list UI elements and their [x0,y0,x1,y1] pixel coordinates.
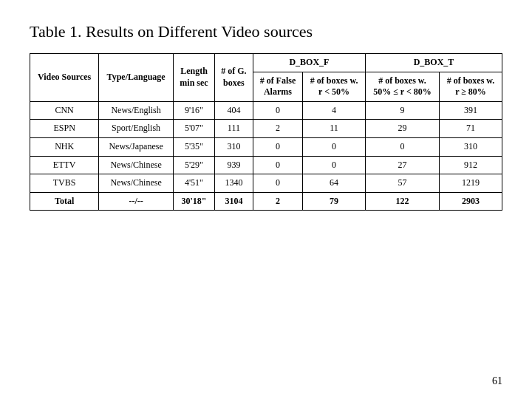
table-cell: 9'16" [173,101,214,120]
table-cell: 3104 [215,192,253,211]
table-cell: 0 [253,174,302,193]
table-cell: 30'18" [173,192,214,211]
table-cell: Sport/English [99,120,174,138]
table-cell: 1219 [440,174,502,193]
table-cell: TVBS [30,174,99,193]
table-cell: ESPN [30,120,99,138]
table-cell: 0 [253,137,302,156]
table-cell: 0 [366,137,440,156]
table-cell: 27 [366,156,440,174]
table-cell: 2903 [440,192,502,211]
col-length: Length min sec [173,54,214,102]
table-cell: 5'07" [173,120,214,138]
table-row: ESPNSport/English5'07"1112112971 [30,120,502,138]
table-cell: 0 [253,156,302,174]
table-cell: 57 [366,174,440,193]
table-row: NHKNews/Japanese5'35"310000310 [30,137,502,156]
col-type-language: Type/Language [99,54,174,102]
col-boxes-r50-80: # of boxes w. 50% ≤ r < 80% [366,72,440,101]
page: Table 1. Results on Different Video sour… [0,0,532,399]
table-cell: News/Chinese [99,156,174,174]
table-row: ETTVNews/Chinese5'29"9390027912 [30,156,502,174]
table-cell: Total [30,192,99,211]
table-cell: News/Japanese [99,137,174,156]
table-cell: 79 [303,192,366,211]
table-cell: 4'51" [173,174,214,193]
table-cell: 111 [215,120,253,138]
table-cell: 4 [303,101,366,120]
table-cell: 11 [303,120,366,138]
col-video-sources: Video Sources [30,54,99,102]
table-row: Total--/--30'18"31042791222903 [30,192,502,211]
table-row: TVBSNews/Chinese4'51"1340064571219 [30,174,502,193]
table-cell: 1340 [215,174,253,193]
table-cell: 310 [440,137,502,156]
table-cell: 2 [253,120,302,138]
col-boxes: # of G. boxes [215,54,253,102]
table-cell: 9 [366,101,440,120]
table-cell: CNN [30,101,99,120]
table-title: Table 1. Results on Different Video sour… [30,22,313,41]
table-cell: ETTV [30,156,99,174]
table-cell: 5'35" [173,137,214,156]
table-cell: 391 [440,101,502,120]
table-cell: 122 [366,192,440,211]
table-cell: 912 [440,156,502,174]
page-number: 61 [492,375,502,387]
col-boxes-r80: # of boxes w. r ≥ 80% [440,72,502,101]
results-table: Video Sources Type/Language Length min s… [30,53,502,211]
table-cell: 71 [440,120,502,138]
table-cell: 0 [303,137,366,156]
group-dboxf: D_BOX_F [253,54,365,72]
table-cell: News/English [99,101,174,120]
group-dboxt: D_BOX_T [366,54,502,72]
table-cell: 5'29" [173,156,214,174]
table-cell: 404 [215,101,253,120]
col-false-alarms: # of False Alarms [253,72,302,101]
table-row: CNNNews/English9'16"404049391 [30,101,502,120]
table-cell: News/Chinese [99,174,174,193]
table-cell: 2 [253,192,302,211]
table-cell: NHK [30,137,99,156]
table-cell: --/-- [99,192,174,211]
table-cell: 29 [366,120,440,138]
table-cell: 939 [215,156,253,174]
table-cell: 0 [303,156,366,174]
table-cell: 64 [303,174,366,193]
table-cell: 0 [253,101,302,120]
table-cell: 310 [215,137,253,156]
col-boxes-r50: # of boxes w. r < 50% [303,72,366,101]
